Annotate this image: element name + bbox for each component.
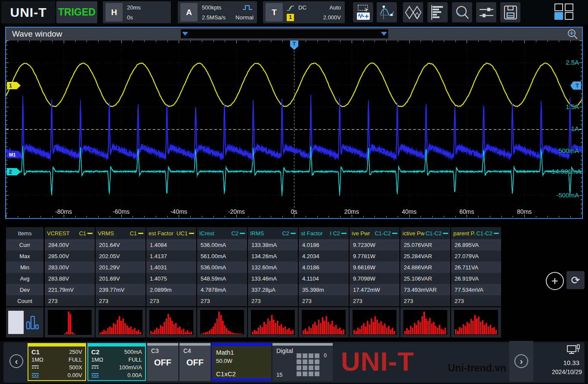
measurement-column-header: st FactorI C2: [299, 227, 349, 239]
y-axis-label: -500mA: [556, 191, 579, 199]
measurement-channel: C1: [130, 230, 137, 237]
digital-channel-grid-icon: [297, 353, 319, 376]
plus-icon: +: [551, 275, 558, 287]
histogram-cell: [400, 307, 450, 337]
measurement-value: 283.00V: [45, 262, 95, 273]
measurement-column[interactable]: st FactorI C24.01864.20344.01864.110435.…: [299, 227, 349, 337]
measurement-column[interactable]: VRMSC1201.64V202.05V201.29V201.69V239.77…: [96, 227, 145, 337]
measurement-column-header: ICrestC2: [197, 227, 247, 239]
measurement-column[interactable]: IRMSC2133.38mA134.26mA132.60mA133.46mA33…: [248, 227, 298, 337]
zoom-magnifier-button[interactable]: [567, 28, 579, 40]
measurement-column[interactable]: parent P.C1-C226.895VA27.079VA26.711VA26…: [451, 227, 501, 337]
measurement-column[interactable]: VCRESTC1284.00V285.00V283.00V283.88V221.…: [45, 227, 95, 337]
histogram-toggle-icon[interactable]: [26, 313, 39, 331]
wave-drag-tool-button[interactable]: [353, 2, 373, 22]
layout-grid-button[interactable]: [554, 3, 573, 21]
chevron-right-icon: ›: [520, 357, 523, 365]
x-axis-label: 60ms: [459, 208, 474, 215]
acquire-mode-value: Normal: [235, 14, 254, 21]
measurement-value: 9.7781W: [350, 250, 399, 262]
trigger-menu[interactable]: T DC Auto 1 2.000V: [263, 1, 345, 23]
mask-test-button[interactable]: [403, 2, 423, 22]
measurement-column[interactable]: ictive PwC1-C225.076VAR25.284VAR24.886VA…: [400, 227, 450, 337]
channel1-bandwidth: FULL: [68, 356, 82, 363]
y-axis-label: 2.5A: [566, 59, 579, 66]
x-axis-label: -60ms: [113, 208, 130, 215]
measurement-column[interactable]: est FactorUC11.40841.41371.40311.40752.0…: [146, 227, 196, 337]
trigger-slope-icon: [286, 5, 295, 12]
measurement-value: 4.0186: [299, 239, 349, 250]
channel4-state: OFF: [179, 358, 210, 368]
scrollbar-left-arrow-icon[interactable]: [182, 32, 188, 36]
measurement-value: 285.00V: [45, 250, 95, 262]
settings-tool-button[interactable]: [476, 2, 496, 22]
measurement-column[interactable]: ive PwrC1-C29.7230W9.7781W9.6616W9.7098W…: [350, 227, 399, 337]
channel4-color-strip: [179, 343, 210, 346]
digital-box[interactable]: Digital 0 15: [272, 343, 333, 381]
horizontal-scrollbar[interactable]: [181, 29, 388, 38]
measurement-value: 337.28μA: [248, 284, 298, 295]
x-axis-label: 80ms: [517, 208, 532, 215]
wave-window-title: Wave window: [12, 29, 62, 39]
measurement-value: 1.4137: [146, 250, 196, 262]
horizontal-menu[interactable]: H 20ms 0s: [103, 1, 171, 23]
math1-box[interactable]: Math1 50.0W C1xC2: [212, 343, 271, 381]
measurement-histogram: [454, 310, 498, 335]
save-icon: [503, 5, 518, 20]
scroll-right-button[interactable]: ›: [514, 354, 528, 368]
digital-color-strip: [272, 343, 333, 346]
add-measurement-button[interactable]: +: [546, 272, 564, 290]
scrollbar-right-arrow-icon[interactable]: [381, 32, 387, 36]
channel2-ground-icon: [91, 373, 99, 378]
histogram-checkbox[interactable]: [8, 311, 24, 334]
save-tool-button[interactable]: [500, 2, 520, 22]
measurement-column-header: est FactorUC1: [146, 227, 196, 239]
clock-panel[interactable]: 10.33 2024/10/29: [535, 341, 585, 381]
measurement-value: 77.534mVA: [451, 284, 501, 295]
channel4-box[interactable]: C4 OFF: [179, 343, 210, 381]
channel2-box[interactable]: C2 500mA 1MΩ FULL 100mV/A 0.00A: [87, 343, 146, 381]
channel3-state: OFF: [147, 358, 178, 368]
search-tool-button[interactable]: [452, 2, 472, 22]
measurement-name: ive Pwr: [352, 230, 370, 237]
measurement-value: 536.00mA: [197, 239, 247, 250]
measurement-value: 35.398m: [299, 284, 349, 295]
xy-mode-button[interactable]: [377, 2, 397, 22]
histogram-tool-button[interactable]: [427, 2, 448, 22]
reset-statistics-button[interactable]: ⟳: [566, 271, 585, 289]
measurement-histogram: [149, 310, 193, 335]
histogram-cell: [197, 307, 247, 337]
measurement-channel: C1: [79, 230, 86, 237]
search-magnifier-icon: [455, 5, 470, 20]
measurement-value: 273: [45, 295, 95, 306]
measurement-column[interactable]: ICrestC2536.00mA561.00mA536.00mA548.59mA…: [197, 227, 247, 337]
measurement-value: 4.1104: [299, 273, 349, 284]
measurement-name: ictive Pw: [402, 230, 424, 237]
timebase-value: 20ms: [127, 4, 141, 11]
measurement-channel: UC1: [176, 230, 188, 237]
row-label: Min: [6, 262, 43, 273]
channel-trace-icon: [443, 233, 448, 234]
measurement-value: 273: [96, 295, 145, 306]
measurement-value: 25.106VAR: [400, 273, 450, 284]
scroll-left-button[interactable]: ‹: [9, 354, 23, 368]
wave-drag-icon: [356, 4, 371, 21]
math1-color-strip: [212, 343, 271, 346]
measurement-channel: C2: [282, 230, 289, 237]
row-label: Curr: [6, 239, 43, 250]
trigger-status-text: TRIGED: [58, 6, 96, 18]
channel2-bandwidth: FULL: [128, 356, 142, 363]
histogram-cell: [45, 307, 95, 337]
channel3-box[interactable]: C3 OFF: [147, 343, 178, 381]
channel1-box[interactable]: C1 250V 1MΩ FULL 500X 0.00V: [28, 343, 86, 381]
measurement-value: 73.493mVAR: [400, 284, 450, 295]
measurement-value: 283.88V: [45, 273, 95, 284]
measurement-histogram: [353, 310, 396, 335]
measurement-histogram: [99, 310, 142, 335]
waveform-plot[interactable]: [6, 41, 582, 217]
top-bar: UNI-T TRIGED H 20ms 0s A 500kpts 2.5MSa/…: [0, 0, 588, 25]
channel2-probe: 100mV/A: [119, 364, 142, 371]
acquire-menu[interactable]: A 500kpts 2.5MSa/s Normal: [178, 1, 257, 23]
xy-sine-icon: [379, 5, 395, 20]
channel-trace-icon: [87, 233, 93, 234]
